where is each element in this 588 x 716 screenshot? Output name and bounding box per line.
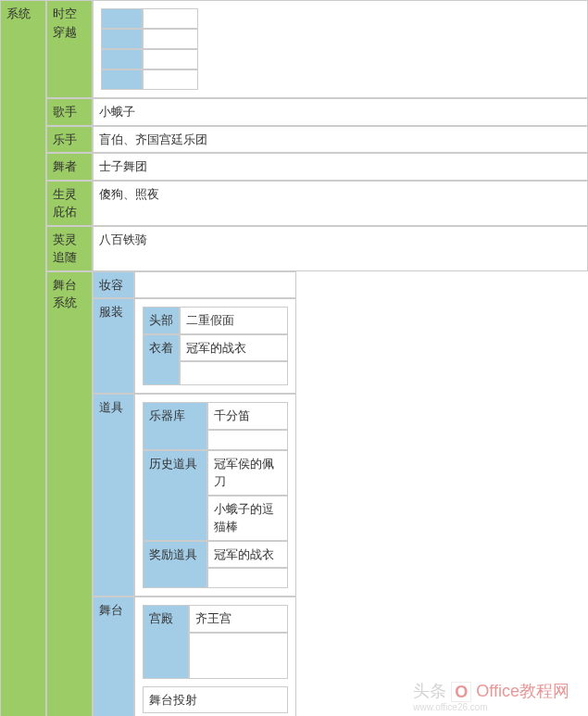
row-spirit-label: 生灵庇佑 bbox=[46, 181, 93, 226]
costume-head-label: 头部 bbox=[143, 307, 180, 334]
row-stage-system-label: 舞台系统 bbox=[46, 271, 93, 717]
stage-sub-label: 舞台 bbox=[93, 597, 134, 716]
row-time-travel-label: 时空穿越 bbox=[46, 0, 93, 98]
props-history-value2: 小蛾子的逗猫棒 bbox=[207, 496, 288, 541]
row-singer-value: 小蛾子 bbox=[93, 98, 588, 126]
row-singer-label: 歌手 bbox=[46, 98, 93, 126]
stage-makeup-label: 妆容 bbox=[93, 271, 134, 299]
props-history-label: 历史道具 bbox=[143, 450, 207, 541]
stage-props-label: 道具 bbox=[93, 394, 134, 597]
stage-makeup-value bbox=[134, 271, 296, 299]
watermark-url: www.office26.com bbox=[413, 702, 569, 712]
palace-label: 宫殿 bbox=[143, 605, 189, 679]
props-reward-label: 奖励道具 bbox=[143, 541, 207, 589]
row-hero-label: 英灵追随 bbox=[46, 226, 93, 271]
stage-costume-label: 服装 bbox=[93, 298, 134, 394]
row-time-travel-content bbox=[93, 0, 588, 98]
stage-sub-box: 宫殿 齐王宫 舞台投射 bbox=[134, 597, 296, 716]
costume-clothes-label: 衣着 bbox=[143, 334, 180, 386]
row-hero-value: 八百铁骑 bbox=[93, 226, 588, 271]
row-dancer-label: 舞者 bbox=[46, 153, 93, 181]
row-dancer-value: 士子舞团 bbox=[93, 153, 588, 181]
watermark: 头条 O Office教程网 www.office26.com bbox=[413, 680, 569, 712]
row-spirit-value: 傻狗、照夜 bbox=[93, 181, 588, 226]
watermark-brand: Office教程网 bbox=[476, 682, 569, 700]
row-musician-value: 盲伯、齐国宫廷乐团 bbox=[93, 126, 588, 154]
props-instrument-label: 乐器库 bbox=[143, 402, 207, 450]
palace-value: 齐王宫 bbox=[189, 605, 288, 633]
stage-costume-box: 头部 二重假面 衣着 冠军的战衣 bbox=[134, 298, 296, 394]
root-label: 系统 bbox=[0, 0, 46, 716]
row-musician-label: 乐手 bbox=[46, 126, 93, 154]
costume-head-value: 二重假面 bbox=[180, 307, 288, 334]
stage-props-box: 乐器库 千分笛 历史道具 冠军侯的佩刀 小蛾子的逗猫棒 bbox=[134, 394, 296, 597]
office-icon: O bbox=[455, 683, 468, 701]
costume-clothes-value: 冠军的战衣 bbox=[180, 334, 288, 362]
watermark-prefix: 头条 bbox=[413, 682, 446, 700]
props-instrument-value: 千分笛 bbox=[207, 402, 288, 430]
stage-projection-label: 舞台投射 bbox=[143, 686, 288, 714]
props-reward-value: 冠军的战衣 bbox=[207, 541, 288, 569]
props-history-value1: 冠军侯的佩刀 bbox=[207, 450, 288, 496]
